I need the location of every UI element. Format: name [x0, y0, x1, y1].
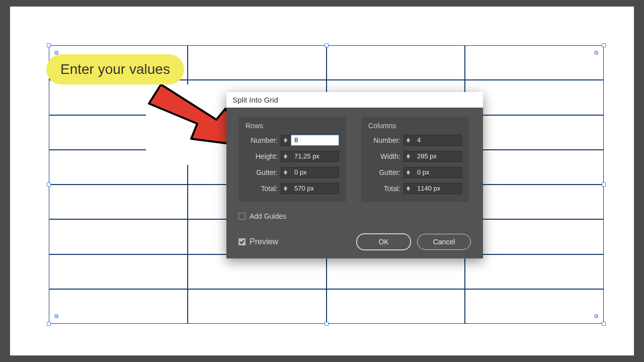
svg-marker-27 — [284, 156, 287, 159]
rows-total-stepper[interactable] — [281, 183, 290, 194]
grid-cell[interactable] — [465, 115, 604, 150]
cols-width-stepper[interactable] — [404, 151, 413, 162]
svg-marker-25 — [284, 140, 287, 143]
svg-marker-35 — [407, 156, 410, 159]
cols-total-stepper[interactable] — [404, 183, 413, 194]
grid-cell[interactable] — [49, 254, 188, 289]
preview-label: Preview — [250, 237, 278, 246]
grid-cell[interactable] — [327, 289, 465, 324]
selection-handle[interactable] — [325, 43, 329, 47]
rows-gutter-label: Gutter: — [246, 168, 278, 176]
svg-marker-29 — [284, 172, 287, 175]
rows-gutter-input[interactable]: 0 px — [291, 167, 339, 178]
grid-cell[interactable] — [327, 45, 465, 80]
selection-handle[interactable] — [47, 43, 51, 47]
cols-width-label: Width: — [368, 152, 400, 160]
svg-point-1 — [56, 52, 57, 53]
add-guides-label: Add Guides — [250, 212, 286, 220]
rows-number-label: Number: — [246, 136, 278, 144]
anchor-indicator-icon — [593, 313, 600, 320]
cancel-button[interactable]: Cancel — [417, 234, 471, 250]
grid-cell[interactable] — [49, 185, 188, 219]
cols-gutter-label: Gutter: — [368, 168, 400, 176]
svg-marker-37 — [407, 172, 410, 175]
selection-handle[interactable] — [602, 43, 606, 47]
grid-cell[interactable] — [188, 289, 327, 324]
grid-cell[interactable] — [49, 219, 188, 254]
rows-number-input[interactable]: 8 — [291, 135, 339, 146]
columns-section: Columns Number: 4 Width: 285 px Gutter: — [361, 117, 469, 202]
grid-row — [49, 254, 604, 289]
selection-handle[interactable] — [47, 322, 51, 326]
grid-cell[interactable] — [188, 254, 327, 289]
annotation-callout: Enter your values — [46, 54, 184, 84]
grid-cell[interactable] — [465, 80, 604, 115]
grid-cell[interactable] — [465, 289, 604, 324]
grid-cell[interactable] — [465, 219, 604, 254]
rows-height-label: Height: — [246, 152, 278, 160]
ok-button[interactable]: OK — [356, 233, 411, 250]
grid-cell[interactable] — [188, 45, 327, 80]
grid-cell[interactable] — [465, 254, 604, 289]
svg-point-5 — [56, 316, 57, 317]
svg-point-7 — [596, 316, 597, 317]
selection-handle[interactable] — [325, 322, 329, 326]
rows-number-stepper[interactable] — [281, 135, 290, 146]
rows-height-input[interactable]: 71,25 px — [291, 151, 339, 162]
cols-gutter-stepper[interactable] — [404, 167, 413, 178]
rows-section-title: Rows — [246, 122, 339, 130]
add-guides-checkbox[interactable] — [238, 213, 246, 220]
dialog-title: Split Into Grid — [226, 92, 483, 108]
preview-checkbox[interactable] — [238, 238, 246, 245]
svg-point-3 — [596, 52, 597, 53]
cols-width-input[interactable]: 285 px — [414, 151, 462, 162]
anchor-indicator-icon — [53, 313, 60, 320]
svg-marker-39 — [407, 189, 410, 191]
rows-section: Rows Number: 8 Height: 71,25 px Gutter: — [238, 117, 346, 202]
rows-gutter-stepper[interactable] — [281, 167, 290, 178]
cols-number-label: Number: — [368, 136, 400, 144]
rows-total-label: Total: — [246, 185, 278, 193]
cols-number-stepper[interactable] — [404, 135, 413, 146]
canvas-artboard: Enter your values Split Into Grid — [10, 7, 634, 355]
grid-cell[interactable] — [465, 45, 604, 80]
svg-marker-31 — [284, 189, 287, 191]
grid-row — [49, 289, 604, 324]
selection-handle[interactable] — [602, 322, 606, 326]
grid-cell[interactable] — [49, 289, 188, 324]
svg-marker-33 — [407, 140, 410, 143]
cols-number-input[interactable]: 4 — [414, 135, 462, 146]
grid-cell[interactable] — [327, 254, 465, 289]
selection-handle[interactable] — [602, 183, 606, 187]
rows-height-stepper[interactable] — [281, 151, 290, 162]
grid-cell[interactable] — [465, 185, 604, 219]
anchor-indicator-icon — [593, 49, 600, 56]
cols-total-input[interactable]: 1140 px — [414, 183, 462, 194]
columns-section-title: Columns — [368, 122, 462, 130]
cols-gutter-input[interactable]: 0 px — [414, 167, 462, 178]
grid-cell[interactable] — [465, 150, 604, 185]
split-into-grid-dialog: Split Into Grid Rows Number: 8 Height: 7… — [226, 92, 483, 258]
rows-total-input[interactable]: 570 px — [291, 183, 339, 194]
selection-handle[interactable] — [47, 183, 51, 187]
cols-total-label: Total: — [368, 185, 400, 193]
